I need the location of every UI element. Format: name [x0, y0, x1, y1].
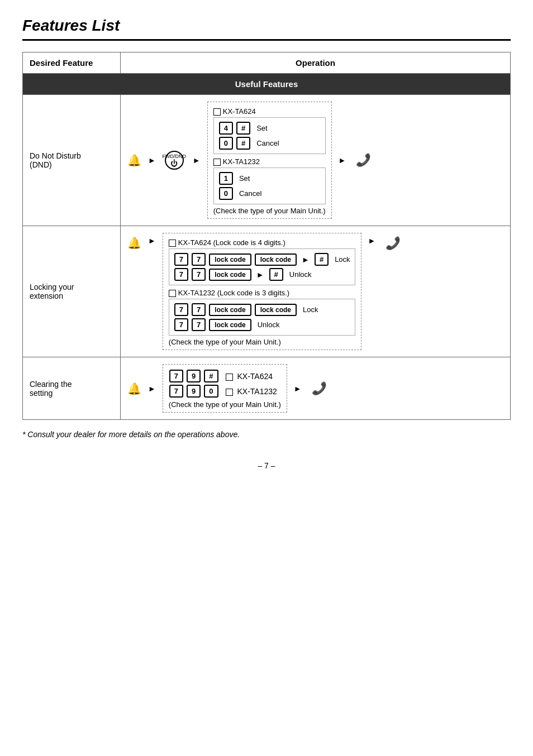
page-number: – 7 –	[22, 461, 511, 470]
lock-options-box: KX-TA624 (Lock code is 4 digits.) 7 7 lo…	[163, 233, 361, 350]
unlock-label: Unlock	[289, 270, 312, 279]
offhook-icon: 🔔	[127, 154, 141, 167]
key-7c: 7	[174, 268, 188, 281]
set-label: Set	[256, 124, 268, 132]
phone-icon2: 📞	[386, 236, 401, 251]
title-divider	[22, 39, 511, 41]
footnote: * Consult your dealer for more details o…	[22, 430, 511, 439]
cancel-label: Cancel	[256, 139, 279, 147]
page-title: Features List	[22, 17, 511, 35]
lock-label: Lock	[335, 255, 350, 264]
key-lockcode5: lock code	[255, 304, 297, 316]
arrow-icon4: ►	[148, 236, 156, 245]
arrow-lock1: ►	[302, 255, 310, 264]
arrow-icon6: ►	[148, 384, 156, 393]
checkbox-clear-ta624	[226, 374, 233, 381]
key-7e: 7	[174, 303, 188, 316]
model-kx-ta1232: KX-TA1232	[213, 157, 326, 166]
key-0-clear: 0	[204, 385, 218, 398]
check-type-note3: (Check the type of your Main Unit.)	[169, 400, 281, 409]
phone-icon: 📞	[356, 153, 371, 168]
fwd-dnd-label: FWD/DND	[163, 154, 187, 159]
key-hash-lock2: #	[269, 268, 283, 281]
key-lockcode4: lock code	[209, 304, 251, 316]
checkbox-ta624	[213, 108, 221, 116]
clear-box: 7 9 # KX-TA624 7 9 0	[163, 364, 287, 413]
ta624-keys-box: 4 # Set 0 # Cancel	[213, 117, 326, 154]
checkbox-lock-ta624	[169, 240, 176, 247]
section-header: Useful Features	[23, 74, 511, 95]
model-kx-ta624: KX-TA624	[213, 107, 326, 116]
arrow-icon: ►	[148, 156, 156, 165]
table-row: Do Not Disturb(DND) 🔔 ► FWD/DND ⏻ ►	[23, 95, 511, 226]
key-1: 1	[219, 172, 233, 185]
power-icon: ⏻	[170, 159, 178, 168]
model-clear-ta624-wrap: KX-TA624	[226, 372, 273, 381]
fwd-dnd-button: FWD/DND ⏻	[165, 151, 184, 170]
operation-lock: 🔔 ► KX-TA624 (Lock code is 4 digits.) 7 …	[121, 226, 511, 357]
feature-clear: Clearing thesetting	[23, 357, 121, 420]
key-9b: 9	[187, 385, 201, 398]
model-lock-ta1232: KX-TA1232 (Lock code is 3 digits.)	[169, 289, 355, 297]
table-row: Locking yourextension 🔔 ► KX-TA624 (Lock…	[23, 226, 511, 357]
table-row: Clearing thesetting 🔔 ► 7 9 # KX-TA624	[23, 357, 511, 420]
key-4: 4	[219, 122, 233, 135]
operation-dnd: 🔔 ► FWD/DND ⏻ ► KX-TA624	[121, 95, 511, 226]
operation-clear: 🔔 ► 7 9 # KX-TA624	[121, 357, 511, 420]
checkbox-ta1232	[213, 159, 221, 166]
lock-label2: Lock	[303, 305, 318, 314]
arrow-icon5: ►	[368, 236, 376, 245]
ta1232-keys-box: 1 Set 0 Cancel	[213, 168, 326, 204]
unlock-label2: Unlock	[258, 320, 280, 329]
key-lockcode6: lock code	[209, 319, 251, 331]
offhook-icon2: 🔔	[127, 236, 141, 250]
key-9a: 9	[187, 370, 201, 382]
checkbox-clear-ta1232	[226, 389, 233, 396]
arrow-icon3: ►	[339, 156, 346, 165]
model-clear-ta624: KX-TA624	[237, 372, 273, 381]
arrow-lock2: ►	[256, 270, 264, 279]
key-7h: 7	[192, 318, 206, 331]
key-lockcode3: lock code	[209, 269, 251, 281]
set-label2: Set	[239, 174, 250, 183]
key-7-clear2: 7	[169, 385, 183, 398]
phone-icon3: 📞	[312, 381, 327, 396]
key-7g: 7	[174, 318, 188, 331]
ta1232-lock-box: 7 7 lock code lock code Lock 7 7 lock co…	[169, 299, 355, 336]
key-0: 0	[219, 137, 233, 150]
feature-lock: Locking yourextension	[23, 226, 121, 357]
key-0b: 0	[219, 187, 233, 200]
ta624-lock-box: 7 7 lock code lock code ► # Lock 7 7	[169, 248, 355, 285]
key-hash-lock1: #	[315, 253, 329, 266]
model-clear-ta1232-wrap: KX-TA1232	[226, 387, 277, 396]
check-type-note: (Check the type of your Main Unit.)	[213, 207, 326, 215]
key-7-clear1: 7	[169, 370, 183, 382]
key-7d: 7	[192, 268, 206, 281]
model-clear-ta1232: KX-TA1232	[237, 387, 277, 396]
arrow-icon2: ►	[193, 156, 201, 165]
col1-header: Desired Feature	[23, 52, 121, 74]
arrow-icon7: ►	[294, 384, 302, 393]
key-hash1: #	[236, 122, 250, 135]
key-lockcode1: lock code	[209, 253, 251, 266]
feature-dnd: Do Not Disturb(DND)	[23, 95, 121, 226]
model-lock-ta624: KX-TA624 (Lock code is 4 digits.)	[169, 238, 355, 247]
key-hash-clear: #	[204, 370, 218, 382]
col2-header: Operation	[121, 52, 511, 74]
key-lockcode2: lock code	[255, 253, 297, 266]
dnd-options-box: KX-TA624 4 # Set 0 # Cancel	[207, 102, 332, 219]
key-7b: 7	[192, 253, 206, 266]
features-table: Desired Feature Operation Useful Feature…	[22, 52, 511, 420]
check-type-note2: (Check the type of your Main Unit.)	[169, 338, 355, 346]
offhook-icon3: 🔔	[127, 382, 141, 395]
cancel-label2: Cancel	[239, 189, 261, 198]
key-7a: 7	[174, 253, 188, 266]
checkbox-lock-ta1232	[169, 290, 176, 297]
key-hash2: #	[236, 137, 250, 150]
key-7f: 7	[192, 303, 206, 316]
